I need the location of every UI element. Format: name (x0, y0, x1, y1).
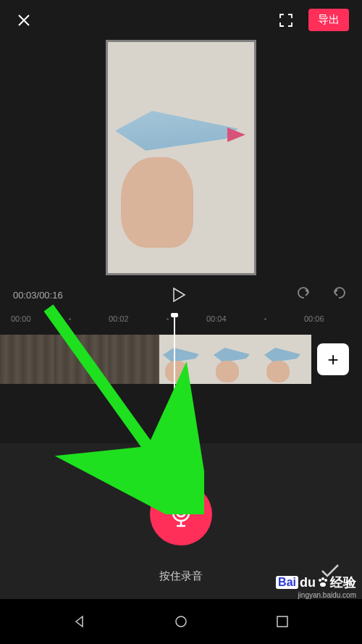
svg-point-9 (176, 616, 186, 627)
android-nav-bar (0, 599, 362, 644)
redo-button[interactable] (330, 285, 349, 304)
time-ruler: 00:00 00:02 00:04 00:06 (0, 314, 362, 330)
timeline-clip[interactable] (109, 335, 159, 384)
undo-button[interactable] (295, 285, 314, 304)
playhead[interactable] (174, 314, 175, 409)
timeline-clip[interactable] (54, 335, 109, 384)
time-display: 00:03/00:16 (13, 290, 63, 301)
timeline-clip[interactable] (0, 335, 54, 384)
add-clip-button[interactable]: + (317, 343, 349, 375)
close-button[interactable] (13, 9, 35, 31)
nav-home-button[interactable] (169, 610, 193, 633)
timeline-clip[interactable] (210, 335, 261, 384)
svg-point-7 (324, 579, 327, 582)
microphone-icon (168, 500, 194, 529)
play-button[interactable] (168, 284, 190, 306)
svg-point-5 (319, 579, 321, 582)
fullscreen-button[interactable] (277, 11, 295, 30)
timeline-clip[interactable] (261, 335, 311, 384)
nav-recent-button[interactable] (271, 610, 294, 633)
record-label: 按住录音 (159, 569, 203, 583)
watermark: Baidu 经验 jingyan.baidu.com (276, 574, 356, 599)
timeline[interactable]: 00:00 00:02 00:04 00:06 + (0, 314, 362, 412)
video-preview[interactable] (0, 40, 362, 275)
export-button[interactable]: 导出 (308, 9, 349, 31)
record-button[interactable] (150, 483, 212, 545)
svg-point-8 (320, 582, 326, 587)
nav-back-button[interactable] (68, 610, 91, 633)
svg-point-6 (321, 577, 324, 580)
timeline-clip[interactable] (159, 335, 210, 384)
svg-rect-10 (277, 616, 287, 627)
